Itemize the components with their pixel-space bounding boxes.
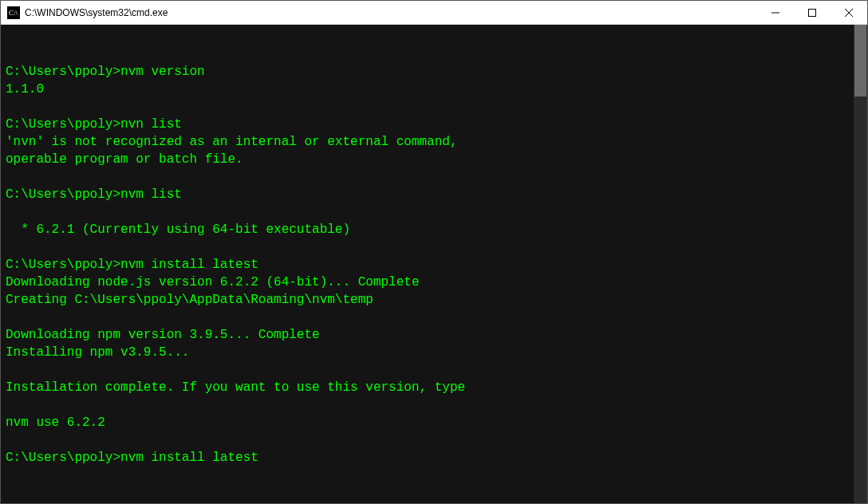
cmd-icon: C:\ <box>7 6 20 19</box>
scrollbar-thumb[interactable] <box>854 25 866 96</box>
svg-text:C:\: C:\ <box>9 9 18 17</box>
scrollbar[interactable] <box>854 25 867 503</box>
svg-rect-3 <box>809 9 816 16</box>
titlebar[interactable]: C:\ C:\WINDOWS\system32\cmd.exe <box>1 1 867 25</box>
minimize-button[interactable] <box>757 1 794 24</box>
terminal-body[interactable]: C:\Users\ppoly>nvm version 1.1.0 C:\User… <box>1 25 867 503</box>
close-button[interactable] <box>831 1 867 24</box>
window-title: C:\WINDOWS\system32\cmd.exe <box>25 7 757 18</box>
maximize-button[interactable] <box>794 1 831 24</box>
cmd-window: C:\ C:\WINDOWS\system32\cmd.exe C:\Users… <box>0 0 868 504</box>
terminal-output: C:\Users\ppoly>nvm version 1.1.0 C:\User… <box>1 25 867 503</box>
